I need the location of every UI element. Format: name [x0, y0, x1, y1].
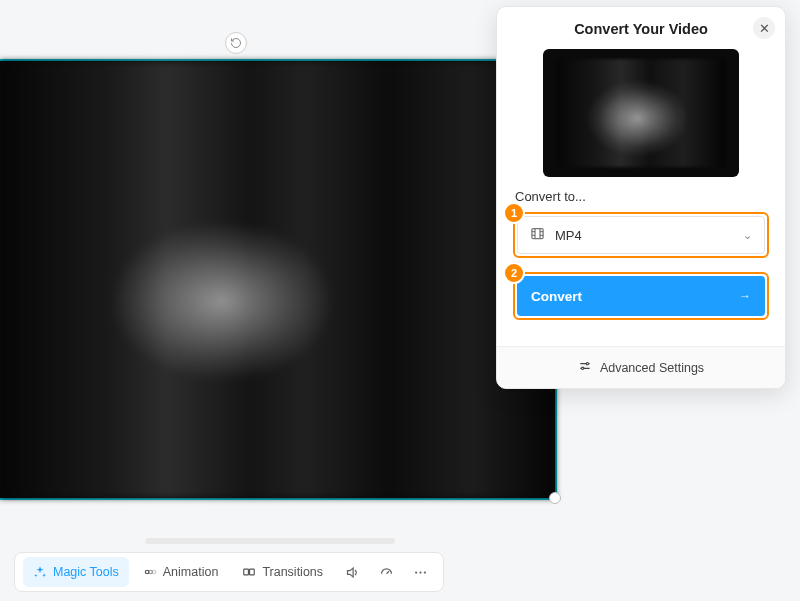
step-badge-1: 1: [505, 204, 523, 222]
close-button[interactable]: ✕: [753, 17, 775, 39]
video-thumbnail-container: [497, 47, 785, 189]
rotate-handle[interactable]: [225, 32, 247, 54]
close-icon: ✕: [759, 21, 770, 36]
svg-rect-3: [244, 569, 249, 575]
convert-to-label: Convert to...: [515, 189, 769, 204]
step-badge-2: 2: [505, 264, 523, 282]
svg-point-7: [423, 571, 425, 573]
magic-tools-button[interactable]: Magic Tools: [23, 557, 129, 587]
chevron-down-icon: ⌄: [743, 229, 752, 242]
transitions-label: Transitions: [262, 565, 323, 579]
volume-icon: [345, 565, 360, 580]
format-select-highlight: 1 MP4 ⌄: [513, 212, 769, 258]
magic-tools-label: Magic Tools: [53, 565, 119, 579]
convert-button-highlight: 2 Convert →: [513, 272, 769, 320]
sparkle-icon: [33, 565, 47, 579]
more-button[interactable]: [405, 557, 435, 587]
animation-button[interactable]: Animation: [133, 557, 229, 587]
modal-title: Convert Your Video: [574, 21, 708, 37]
svg-point-2: [152, 570, 156, 574]
editor-toolbar: Magic Tools Animation Transitions: [14, 552, 444, 592]
convert-button-label: Convert: [531, 289, 582, 304]
convert-video-modal: Convert Your Video ✕ Convert to... 1 MP4…: [496, 6, 786, 389]
convert-button[interactable]: Convert →: [517, 276, 765, 316]
speed-button[interactable]: [371, 557, 401, 587]
svg-point-6: [419, 571, 421, 573]
advanced-settings-button[interactable]: Advanced Settings: [497, 346, 785, 388]
svg-rect-8: [532, 229, 543, 239]
more-icon: [413, 565, 428, 580]
svg-point-9: [586, 363, 588, 365]
modal-header: Convert Your Video ✕: [497, 7, 785, 47]
film-icon: [530, 226, 545, 244]
format-selected-value: MP4: [555, 228, 582, 243]
svg-point-5: [415, 571, 417, 573]
timeline-scrub-track[interactable]: [145, 538, 395, 544]
svg-rect-4: [250, 569, 255, 575]
speedometer-icon: [379, 565, 394, 580]
video-thumbnail: [543, 49, 739, 177]
arrow-right-icon: →: [739, 289, 751, 303]
transitions-icon: [242, 565, 256, 579]
animation-label: Animation: [163, 565, 219, 579]
sliders-icon: [578, 359, 592, 376]
svg-point-10: [581, 367, 583, 369]
format-select[interactable]: MP4 ⌄: [517, 216, 765, 254]
advanced-settings-label: Advanced Settings: [600, 361, 704, 375]
volume-button[interactable]: [337, 557, 367, 587]
video-canvas[interactable]: [0, 59, 557, 500]
animation-icon: [143, 565, 157, 579]
transitions-button[interactable]: Transitions: [232, 557, 333, 587]
resize-handle[interactable]: [549, 492, 561, 504]
